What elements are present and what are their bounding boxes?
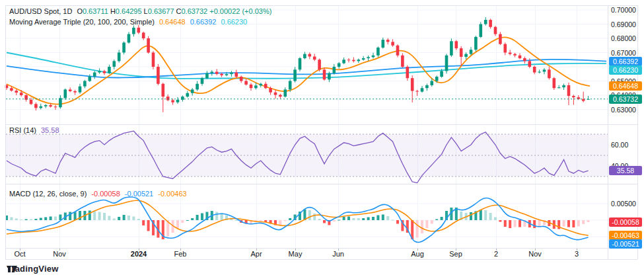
ma-indicator-label[interactable]: Moving Average Triple (20, 100, 200, Sim… — [9, 18, 155, 26]
pane-separator-rsi-macd[interactable] — [5, 182, 637, 186]
time-tick-label: 3 — [575, 250, 579, 258]
time-tick-label: May — [289, 250, 303, 258]
tradingview-chart-window: AUD/USD Spot, 1DO0.63711H0.64295L0.63677… — [0, 0, 644, 277]
tradingview-logo-icon — [7, 264, 18, 273]
time-tick-label: 2 — [494, 250, 498, 258]
time-tick-label: Aug — [411, 250, 424, 258]
price-tick-label: 0.63000 — [611, 106, 636, 114]
price-axis[interactable]: 0.700000.690000.680000.670000.660000.650… — [608, 0, 644, 259]
price-badge: 0.63732 — [609, 95, 642, 104]
macd-tick-label: 0.00500 — [611, 200, 636, 208]
tradingview-branding[interactable]: TradingView — [7, 264, 59, 274]
open-label: O — [77, 7, 83, 15]
macd-badge: -0.00521 — [609, 239, 642, 249]
rsi-legend-row[interactable]: RSI (14)35.58 — [9, 126, 59, 134]
macd-indicator-label[interactable]: MACD (12, 26, close, 9) — [9, 190, 87, 198]
price-badge: 0.66230 — [609, 65, 642, 75]
time-tick-label: Feb — [174, 250, 187, 258]
price-tick-label: 0.67000 — [611, 49, 636, 57]
open-value: 0.63711 — [83, 7, 108, 15]
time-tick-label: Apr — [250, 250, 262, 258]
time-tick-label: Sep — [449, 250, 462, 258]
time-tick-label: 2024 — [131, 250, 147, 258]
price-tick-label: 0.68000 — [611, 34, 636, 42]
ma200-value: 0.66230 — [221, 18, 247, 26]
ma20-value: 0.64648 — [159, 18, 186, 26]
symbol-legend-row[interactable]: AUD/USD Spot, 1DO0.63711H0.64295L0.63677… — [9, 6, 271, 17]
close-value: 0.63732 — [181, 7, 207, 15]
ma100-value: 0.66392 — [190, 18, 217, 26]
macd-line-value: -0.00521 — [125, 190, 153, 198]
macd-badge: -0.00058 — [609, 218, 642, 227]
price-badge: 0.66392 — [609, 57, 642, 66]
time-tick-label: Nov — [528, 250, 542, 258]
price-badge: 0.64648 — [609, 81, 642, 91]
low-value: 0.63677 — [148, 7, 174, 15]
time-tick-label: Jun — [332, 250, 344, 258]
time-tick-label: Oct — [14, 250, 25, 258]
symbol-title[interactable]: AUD/USD Spot, 1D — [9, 7, 72, 15]
rsi-badge: 35.58 — [609, 166, 642, 175]
change-value: +0.00022 (+0.03%) — [209, 7, 271, 15]
macd-hist-value: -0.00058 — [91, 190, 120, 198]
time-tick-label: Nov — [53, 250, 66, 258]
high-value: 0.64295 — [116, 7, 142, 15]
pane-separator-main-rsi[interactable] — [5, 123, 637, 126]
rsi-pane[interactable] — [5, 125, 608, 184]
ma-legend-row[interactable]: Moving Average Triple (20, 100, 200, Sim… — [9, 17, 271, 27]
legend: AUD/USD Spot, 1DO0.63711H0.64295L0.63677… — [9, 6, 271, 27]
price-tick-label: 0.69000 — [611, 20, 636, 28]
rsi-indicator-label[interactable]: RSI (14) — [9, 126, 36, 134]
high-label: H — [110, 7, 116, 15]
macd-legend-row[interactable]: MACD (12, 26, close, 9)-0.00058-0.00521-… — [9, 190, 187, 198]
rsi-value: 35.58 — [41, 126, 59, 134]
macd-signal-value: -0.00463 — [158, 190, 186, 198]
time-axis[interactable]: OctNov2024FebAprMayJunAugSep2Nov3 — [5, 249, 637, 259]
rsi-tick-label: 60.00 — [611, 141, 628, 149]
price-tick-label: 0.70000 — [611, 6, 636, 14]
